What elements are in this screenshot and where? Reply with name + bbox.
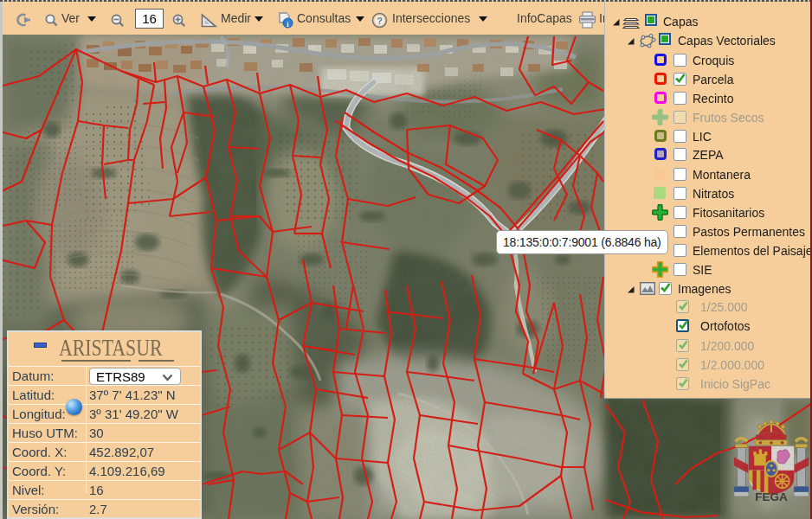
svg-text:?: ?: [377, 16, 383, 26]
